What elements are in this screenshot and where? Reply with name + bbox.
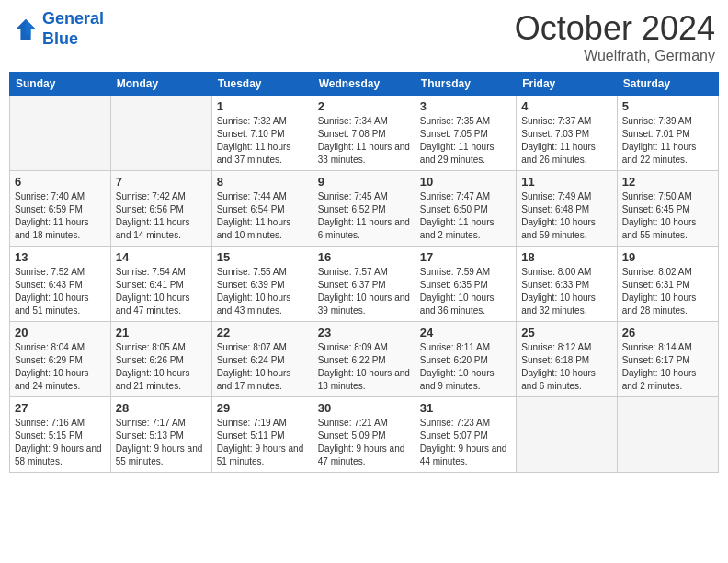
calendar-cell: 11Sunrise: 7:49 AM Sunset: 6:48 PM Dayli… xyxy=(517,171,617,247)
calendar-cell: 5Sunrise: 7:39 AM Sunset: 7:01 PM Daylig… xyxy=(617,96,718,171)
day-number: 19 xyxy=(622,250,713,264)
day-number: 5 xyxy=(622,99,713,113)
day-info: Sunrise: 8:12 AM Sunset: 6:18 PM Dayligh… xyxy=(521,341,611,393)
calendar-cell: 15Sunrise: 7:55 AM Sunset: 6:39 PM Dayli… xyxy=(211,247,313,322)
calendar-cell: 22Sunrise: 8:07 AM Sunset: 6:24 PM Dayli… xyxy=(211,322,313,397)
day-info: Sunrise: 7:49 AM Sunset: 6:48 PM Dayligh… xyxy=(521,190,611,242)
day-number: 16 xyxy=(318,250,410,264)
day-info: Sunrise: 7:21 AM Sunset: 5:09 PM Dayligh… xyxy=(318,417,410,468)
day-info: Sunrise: 7:47 AM Sunset: 6:50 PM Dayligh… xyxy=(420,190,511,242)
day-info: Sunrise: 7:44 AM Sunset: 6:54 PM Dayligh… xyxy=(217,190,308,242)
calendar-cell xyxy=(10,96,111,171)
calendar-week-row: 1Sunrise: 7:32 AM Sunset: 7:10 PM Daylig… xyxy=(10,96,719,171)
calendar-cell: 16Sunrise: 7:57 AM Sunset: 6:37 PM Dayli… xyxy=(313,247,415,322)
day-info: Sunrise: 7:52 AM Sunset: 6:43 PM Dayligh… xyxy=(15,266,106,317)
day-number: 30 xyxy=(318,401,410,415)
calendar-week-row: 13Sunrise: 7:52 AM Sunset: 6:43 PM Dayli… xyxy=(10,247,719,322)
day-header-sunday: Sunday xyxy=(10,73,111,96)
day-info: Sunrise: 7:37 AM Sunset: 7:03 PM Dayligh… xyxy=(521,115,611,167)
day-info: Sunrise: 8:11 AM Sunset: 6:20 PM Dayligh… xyxy=(420,341,511,393)
day-info: Sunrise: 7:54 AM Sunset: 6:41 PM Dayligh… xyxy=(116,266,207,317)
day-info: Sunrise: 7:17 AM Sunset: 5:13 PM Dayligh… xyxy=(116,417,207,468)
day-number: 24 xyxy=(420,326,511,339)
calendar-cell: 14Sunrise: 7:54 AM Sunset: 6:41 PM Dayli… xyxy=(110,247,211,322)
calendar-cell: 21Sunrise: 8:05 AM Sunset: 6:26 PM Dayli… xyxy=(110,322,211,397)
calendar-week-row: 27Sunrise: 7:16 AM Sunset: 5:15 PM Dayli… xyxy=(10,397,719,473)
day-number: 27 xyxy=(15,401,106,415)
day-number: 18 xyxy=(521,250,611,264)
day-header-tuesday: Tuesday xyxy=(211,73,313,96)
day-info: Sunrise: 7:19 AM Sunset: 5:11 PM Dayligh… xyxy=(217,417,308,468)
title-block: October 2024 Wuelfrath, Germany xyxy=(515,9,715,64)
day-number: 20 xyxy=(15,326,106,339)
calendar-cell: 25Sunrise: 8:12 AM Sunset: 6:18 PM Dayli… xyxy=(517,322,617,397)
day-header-friday: Friday xyxy=(517,73,617,96)
day-number: 8 xyxy=(217,175,308,189)
svg-marker-1 xyxy=(26,18,36,34)
day-info: Sunrise: 8:04 AM Sunset: 6:29 PM Dayligh… xyxy=(15,341,106,393)
calendar-cell: 2Sunrise: 7:34 AM Sunset: 7:08 PM Daylig… xyxy=(313,96,415,171)
calendar-cell: 23Sunrise: 8:09 AM Sunset: 6:22 PM Dayli… xyxy=(313,322,415,397)
day-number: 13 xyxy=(15,250,106,264)
day-info: Sunrise: 8:07 AM Sunset: 6:24 PM Dayligh… xyxy=(217,341,308,393)
day-info: Sunrise: 8:00 AM Sunset: 6:33 PM Dayligh… xyxy=(521,266,611,317)
calendar-cell: 29Sunrise: 7:19 AM Sunset: 5:11 PM Dayli… xyxy=(211,397,313,473)
day-info: Sunrise: 7:23 AM Sunset: 5:07 PM Dayligh… xyxy=(420,417,511,468)
day-info: Sunrise: 8:05 AM Sunset: 6:26 PM Dayligh… xyxy=(116,341,207,393)
day-number: 17 xyxy=(420,250,511,264)
day-info: Sunrise: 7:55 AM Sunset: 6:39 PM Dayligh… xyxy=(217,266,308,317)
calendar-cell: 3Sunrise: 7:35 AM Sunset: 7:05 PM Daylig… xyxy=(415,96,516,171)
calendar-cell: 30Sunrise: 7:21 AM Sunset: 5:09 PM Dayli… xyxy=(313,397,415,473)
day-number: 28 xyxy=(116,401,207,415)
calendar-cell xyxy=(517,397,617,473)
day-number: 9 xyxy=(318,175,410,189)
calendar-cell: 12Sunrise: 7:50 AM Sunset: 6:45 PM Dayli… xyxy=(617,171,718,247)
day-header-wednesday: Wednesday xyxy=(313,73,415,96)
calendar-header-row: SundayMondayTuesdayWednesdayThursdayFrid… xyxy=(10,73,719,96)
calendar-cell: 6Sunrise: 7:40 AM Sunset: 6:59 PM Daylig… xyxy=(10,171,111,247)
day-number: 7 xyxy=(116,175,207,189)
day-info: Sunrise: 8:14 AM Sunset: 6:17 PM Dayligh… xyxy=(622,341,713,393)
calendar-cell: 19Sunrise: 8:02 AM Sunset: 6:31 PM Dayli… xyxy=(617,247,718,322)
day-number: 6 xyxy=(15,175,106,189)
day-info: Sunrise: 8:02 AM Sunset: 6:31 PM Dayligh… xyxy=(622,266,713,317)
day-header-monday: Monday xyxy=(110,73,211,96)
day-number: 2 xyxy=(318,99,410,113)
page-header: General Blue October 2024 Wuelfrath, Ger… xyxy=(9,9,719,64)
calendar-cell: 26Sunrise: 8:14 AM Sunset: 6:17 PM Dayli… xyxy=(617,322,718,397)
logo-icon xyxy=(13,17,39,42)
calendar-cell: 10Sunrise: 7:47 AM Sunset: 6:50 PM Dayli… xyxy=(415,171,516,247)
day-info: Sunrise: 7:32 AM Sunset: 7:10 PM Dayligh… xyxy=(217,115,308,167)
calendar-cell: 13Sunrise: 7:52 AM Sunset: 6:43 PM Dayli… xyxy=(10,247,111,322)
day-header-saturday: Saturday xyxy=(617,73,718,96)
day-number: 4 xyxy=(521,99,611,113)
day-number: 12 xyxy=(622,175,713,189)
calendar-cell: 8Sunrise: 7:44 AM Sunset: 6:54 PM Daylig… xyxy=(211,171,313,247)
day-number: 26 xyxy=(622,326,713,339)
calendar-cell: 4Sunrise: 7:37 AM Sunset: 7:03 PM Daylig… xyxy=(517,96,617,171)
day-number: 10 xyxy=(420,175,511,189)
day-number: 31 xyxy=(420,401,511,415)
day-number: 3 xyxy=(420,99,511,113)
day-info: Sunrise: 7:40 AM Sunset: 6:59 PM Dayligh… xyxy=(15,190,106,242)
day-number: 11 xyxy=(521,175,611,189)
day-info: Sunrise: 7:42 AM Sunset: 6:56 PM Dayligh… xyxy=(116,190,207,242)
day-info: Sunrise: 7:57 AM Sunset: 6:37 PM Dayligh… xyxy=(318,266,410,317)
calendar-cell: 20Sunrise: 8:04 AM Sunset: 6:29 PM Dayli… xyxy=(10,322,111,397)
calendar-week-row: 6Sunrise: 7:40 AM Sunset: 6:59 PM Daylig… xyxy=(10,171,719,247)
day-info: Sunrise: 7:34 AM Sunset: 7:08 PM Dayligh… xyxy=(318,115,410,167)
calendar-cell: 1Sunrise: 7:32 AM Sunset: 7:10 PM Daylig… xyxy=(211,96,313,171)
day-number: 14 xyxy=(116,250,207,264)
day-number: 1 xyxy=(217,99,308,113)
calendar-cell: 31Sunrise: 7:23 AM Sunset: 5:07 PM Dayli… xyxy=(415,397,516,473)
calendar-cell xyxy=(617,397,718,473)
day-info: Sunrise: 8:09 AM Sunset: 6:22 PM Dayligh… xyxy=(318,341,410,393)
calendar-cell: 24Sunrise: 8:11 AM Sunset: 6:20 PM Dayli… xyxy=(415,322,516,397)
day-info: Sunrise: 7:50 AM Sunset: 6:45 PM Dayligh… xyxy=(622,190,713,242)
calendar-cell: 9Sunrise: 7:45 AM Sunset: 6:52 PM Daylig… xyxy=(313,171,415,247)
location: Wuelfrath, Germany xyxy=(515,48,715,64)
day-info: Sunrise: 7:45 AM Sunset: 6:52 PM Dayligh… xyxy=(318,190,410,242)
day-header-thursday: Thursday xyxy=(415,73,516,96)
day-info: Sunrise: 7:35 AM Sunset: 7:05 PM Dayligh… xyxy=(420,115,511,167)
day-number: 23 xyxy=(318,326,410,339)
